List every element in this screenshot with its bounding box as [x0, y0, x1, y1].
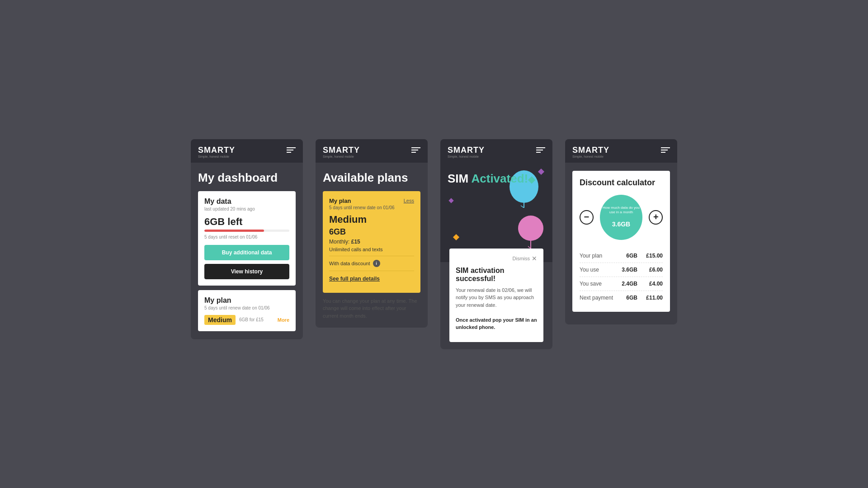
brand-tagline: Simple, honest mobile: [448, 155, 485, 158]
sim-header: SMARTY Simple, honest mobile: [440, 139, 552, 163]
discount-label: With data discount: [329, 261, 370, 266]
plan-details: 6GB for £15: [239, 317, 264, 322]
calc-gb-plan: 6GB: [619, 253, 637, 259]
gauge-plus-button[interactable]: +: [649, 210, 663, 225]
calc-table: Your plan 6GB £15.00 You use 3.6GB £6.00: [580, 249, 663, 305]
brand-logo: SMARTY Simple, honest mobile: [323, 145, 360, 158]
balloon-pink: [516, 215, 546, 249]
discount-row: With data discount i: [329, 256, 414, 271]
sim-bg-area: SIM Activated!◆: [440, 163, 552, 262]
calc-values-use: 3.6GB £6.00: [619, 267, 663, 273]
calc-row-save: You save 2.4GB £4.00: [580, 277, 663, 291]
plan-monthly: Monthly: £15: [329, 239, 414, 245]
buy-data-button[interactable]: Buy additional data: [204, 245, 289, 260]
page-title: Available plans: [323, 171, 420, 185]
data-card-subtitle: last updated 20 mins ago: [204, 206, 289, 211]
plan-badge: Medium: [204, 315, 236, 325]
plans-header: SMARTY Simple, honest mobile: [316, 139, 428, 163]
change-plan-text: You can change your plan at any time. Th…: [323, 297, 420, 320]
my-plan-card: My plan 5 days until renew date on 01/06…: [198, 290, 296, 331]
dashboard-screen: SMARTY Simple, honest mobile My dashboar…: [191, 139, 303, 339]
calc-gb-save: 2.4GB: [619, 281, 637, 287]
deco-square-1: [453, 234, 459, 240]
gauge-label: How much data do you use in a month: [600, 206, 643, 214]
calc-gb-next: 6GB: [619, 295, 637, 301]
calc-price-use: £6.00: [645, 267, 663, 273]
calc-gb-use: 3.6GB: [619, 267, 637, 273]
brand-name: SMARTY: [572, 145, 609, 155]
plan-card-subtitle: 5 days until renew date on 01/06: [204, 305, 289, 310]
plan-more-link[interactable]: More: [278, 317, 289, 323]
brand-tagline: Simple, honest mobile: [323, 155, 360, 158]
calc-row-next: Next payment 6GB £11.00: [580, 291, 663, 305]
calc-content: Discount calculator − How much data do y…: [565, 163, 677, 324]
plan-card-title: My plan: [204, 296, 289, 305]
popup-bold-text: Once activated pop your SIM in an unlock…: [456, 317, 537, 330]
popup-header: Dismiss ✕: [456, 255, 537, 262]
see-details-link[interactable]: See full plan details: [329, 276, 414, 282]
calc-row-use: You use 3.6GB £6.00: [580, 263, 663, 277]
calc-values-save: 2.4GB £4.00: [619, 281, 663, 287]
brand-logo: SMARTY Simple, honest mobile: [198, 145, 235, 158]
brand-name: SMARTY: [198, 145, 235, 155]
gauge-container: − How much data do you use in a month 3.…: [580, 195, 663, 240]
my-plan-box: My plan Less 5 days until renew date on …: [323, 191, 420, 293]
plan-calls: Unlimited calls and texts: [329, 247, 414, 256]
gauge-circle: How much data do you use in a month 3.6G…: [600, 195, 643, 240]
calc-header: SMARTY Simple, honest mobile: [565, 139, 677, 163]
calc-label-plan: Your plan: [580, 253, 602, 259]
brand-name: SMARTY: [323, 145, 360, 155]
calc-label-save: You save: [580, 281, 602, 287]
menu-icon[interactable]: [536, 145, 545, 153]
data-progress-fill: [204, 230, 264, 232]
brand-tagline: Simple, honest mobile: [198, 155, 235, 158]
calc-title: Discount calculator: [580, 178, 663, 188]
calc-values-plan: 6GB £15.00: [619, 253, 663, 259]
gauge-value: 3.6GB: [612, 216, 630, 229]
plan-box-sub: 5 days until renew date on 01/06: [329, 205, 414, 210]
svg-point-3: [518, 216, 543, 241]
available-plans-screen: SMARTY Simple, honest mobile Available p…: [316, 139, 428, 328]
plan-size: Medium: [329, 214, 414, 225]
calc-price-save: £4.00: [645, 281, 663, 287]
view-history-button[interactable]: View history: [204, 264, 289, 279]
calc-card: Discount calculator − How much data do y…: [572, 171, 670, 312]
dashboard-header: SMARTY Simple, honest mobile: [191, 139, 303, 163]
plan-name-row: Medium 6GB for £15 More: [204, 315, 289, 325]
calc-price-next: £11.00: [645, 295, 663, 301]
menu-icon[interactable]: [411, 145, 420, 153]
calc-label-next: Next payment: [580, 295, 613, 301]
sim-activated-screen: SMARTY Simple, honest mobile SIM Activat…: [440, 139, 552, 349]
success-popup: Dismiss ✕ SIM activation successful! You…: [449, 249, 543, 342]
page-title: My dashboard: [198, 171, 296, 185]
calc-values-next: 6GB £11.00: [619, 295, 663, 301]
discount-calc-screen: SMARTY Simple, honest mobile Discount ca…: [565, 139, 677, 324]
calc-row-plan: Your plan 6GB £15.00: [580, 249, 663, 263]
menu-icon[interactable]: [287, 145, 296, 153]
less-link[interactable]: Less: [404, 198, 414, 203]
brand-logo: SMARTY Simple, honest mobile: [572, 145, 609, 158]
brand-name: SMARTY: [448, 145, 485, 155]
brand-tagline: Simple, honest mobile: [572, 155, 609, 158]
info-icon[interactable]: i: [373, 260, 380, 267]
plan-box-title: My plan: [329, 197, 351, 204]
dismiss-area[interactable]: Dismiss ✕: [513, 255, 538, 262]
popup-title: SIM activation successful!: [456, 267, 537, 283]
calc-label-use: You use: [580, 267, 599, 273]
plans-content: Available plans My plan Less 5 days unti…: [316, 163, 428, 328]
dashboard-content: My dashboard My data last updated 20 min…: [191, 163, 303, 339]
brand-logo: SMARTY Simple, honest mobile: [448, 145, 485, 158]
data-amount: 6GB left: [204, 216, 289, 228]
data-card: My data last updated 20 mins ago 6GB lef…: [198, 191, 296, 286]
plan-gb: 6GB: [329, 227, 414, 237]
popup-body: Your renewal date is 02/06, we will noti…: [456, 286, 537, 331]
dismiss-text[interactable]: Dismiss: [513, 256, 530, 261]
data-progress-bar: [204, 230, 289, 232]
gauge-minus-button[interactable]: −: [580, 210, 594, 225]
sim-popup-wrapper: Dismiss ✕ SIM activation successful! You…: [440, 249, 552, 349]
data-card-title: My data: [204, 197, 289, 206]
reset-text: 5 days until reset on 01/06: [204, 235, 289, 239]
sim-activated-title: SIM Activated!◆: [448, 172, 545, 186]
close-icon[interactable]: ✕: [532, 255, 537, 262]
menu-icon[interactable]: [661, 145, 670, 153]
